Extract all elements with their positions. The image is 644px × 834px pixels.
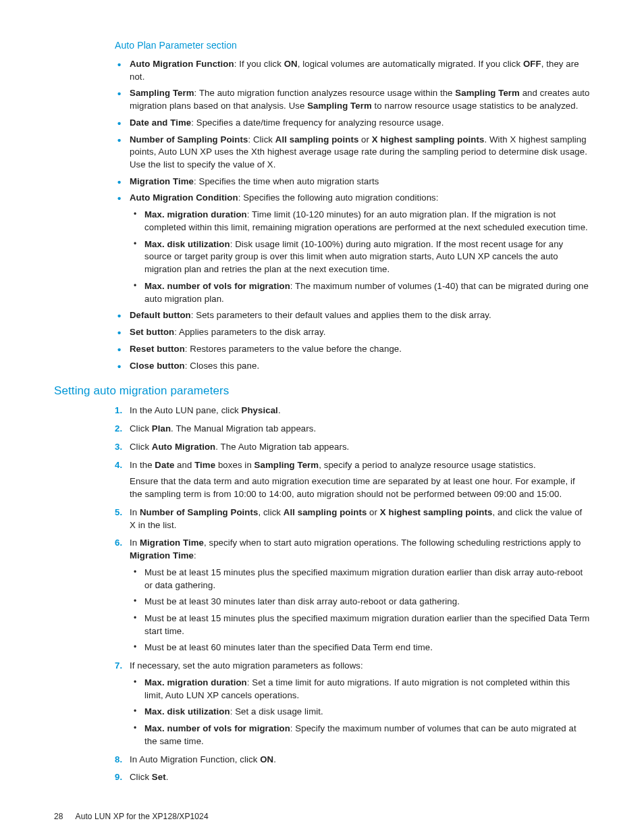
step-text: In the Auto LUN pane, click [130, 405, 242, 415]
step-text: . The Auto Migration tab appears. [215, 442, 349, 452]
param-label: Date and Time [130, 118, 191, 128]
ui-date: Date [155, 460, 174, 470]
step-6: In Migration Time, specify when to start… [115, 537, 590, 654]
ui-auto-migration: Auto Migration [152, 442, 215, 452]
section-heading-auto-plan: Auto Plan Parameter section [115, 39, 590, 53]
param-label: Reset button [130, 344, 185, 354]
param-text: : Restores parameters to the value befor… [185, 344, 402, 354]
value-on: ON [260, 754, 273, 764]
param-text: : Sets parameters to their default value… [191, 310, 491, 320]
step-text: In the [130, 460, 155, 470]
ui-migration-time: Migration Time [130, 550, 194, 561]
param-text: , logical volumes are automatically migr… [298, 59, 523, 69]
step-text: and [174, 460, 194, 470]
param-label: Default button [130, 310, 191, 320]
section-heading-setting: Setting auto migration parameters [54, 383, 590, 399]
step-text: boxes in [215, 460, 254, 470]
param-default-button: Default button: Sets parameters to their… [115, 309, 590, 322]
param-label: Migration Time [130, 176, 194, 186]
step-text: Click [130, 423, 152, 434]
restriction-item: Must be at least 15 minutes plus the spe… [130, 567, 590, 592]
page-footer: 28Auto LUN XP for the XP128/XP1024 [54, 811, 590, 823]
ui-physical: Physical [242, 405, 278, 415]
step-5: In Number of Sampling Points, click All … [115, 506, 590, 531]
value-on: ON [284, 59, 298, 69]
cond-max-vols: Max. number of vols for migration: The m… [130, 280, 590, 305]
restriction-item: Must be at least 60 minutes later than t… [130, 642, 590, 654]
set-max-disk: Max. disk utilization: Set a disk usage … [130, 706, 590, 719]
ui-migration-time: Migration Time [140, 538, 204, 548]
step-text: Click [130, 772, 152, 782]
param-auto-migration-function: Auto Migration Function: If you click ON… [115, 58, 590, 83]
param-set-button: Set button: Applies parameters to the di… [115, 326, 590, 339]
ui-sampling-points: Number of Sampling Points [140, 507, 258, 517]
param-sampling-points: Number of Sampling Points: Click All sam… [115, 134, 590, 172]
param-migration-time: Migration Time: Specifies the time when … [115, 176, 590, 188]
step-text: In Auto Migration Function, click [130, 754, 260, 764]
condition-list: Max. migration duration: Time limit (10-… [130, 209, 590, 305]
step-text: . The Manual Migration tab appears. [171, 423, 316, 434]
step-2: Click Plan. The Manual Migration tab app… [115, 423, 590, 436]
restriction-item: Must be at least 30 minutes later than d… [130, 596, 590, 608]
steps-list: In the Auto LUN pane, click Physical. Cl… [115, 405, 590, 784]
param-text: : Specifies the following auto migration… [238, 192, 439, 203]
step-8: In Auto Migration Function, click ON. [115, 754, 590, 766]
cond-label: Max. disk utilization [144, 239, 230, 249]
param-reset-button: Reset button: Restores parameters to the… [115, 343, 590, 356]
label: Max. migration duration [144, 677, 247, 687]
param-label: Auto Migration Function [130, 59, 234, 69]
step-7: If necessary, set the auto migration par… [115, 660, 590, 748]
cond-max-disk: Max. disk utilization: Disk usage limit … [130, 238, 590, 276]
step-text: . [166, 772, 169, 782]
step-text: or [367, 507, 379, 517]
ui-plan: Plan [152, 423, 171, 434]
step-9: Click Set. [115, 771, 590, 784]
param-label: Auto Migration Condition [130, 192, 238, 203]
option-all: All sampling points [275, 134, 359, 145]
step-text: If necessary, set the auto migration par… [130, 660, 363, 671]
step-text: , specify when to start auto migration o… [204, 538, 581, 548]
page-number: 28 [54, 811, 63, 823]
step-text: In [130, 507, 140, 517]
ui-time: Time [194, 460, 215, 470]
step-3: Click Auto Migration. The Auto Migration… [115, 441, 590, 454]
param-text: : The auto migration function analyzes r… [194, 88, 456, 98]
step-text: In [130, 538, 140, 548]
step-text: . [278, 405, 281, 415]
param-list: Auto Migration Function: If you click ON… [115, 58, 590, 372]
set-max-duration: Max. migration duration: Set a time limi… [130, 677, 590, 702]
param-label: Number of Sampling Points [130, 134, 248, 145]
ui-set: Set [152, 772, 166, 782]
term-sampling: Sampling Term [455, 88, 520, 98]
param-close-button: Close button: Closes this pane. [115, 360, 590, 373]
param-sampling-term: Sampling Term: The auto migration functi… [115, 87, 590, 112]
param-auto-migration-condition: Auto Migration Condition: Specifies the … [115, 192, 590, 305]
param-text: : Click [248, 134, 275, 145]
text: : Set a disk usage limit. [230, 706, 323, 716]
restriction-item: Must be at least 15 minutes plus the spe… [130, 613, 590, 637]
label: Max. number of vols for migration [144, 723, 290, 733]
param-label: Sampling Term [130, 88, 194, 98]
param-text: : Closes this pane. [185, 361, 259, 371]
param-text: : Applies parameters to the disk array. [174, 327, 325, 337]
step-4-note: Ensure that the data term and auto migra… [130, 475, 590, 500]
param-text: : If you click [234, 59, 284, 69]
step-6-restrictions: Must be at least 15 minutes plus the spe… [130, 567, 590, 654]
cond-max-duration: Max. migration duration: Time limit (10-… [130, 209, 590, 234]
param-text: : Specifies the time when auto migration… [194, 176, 379, 186]
option-x-highest: X highest sampling points [372, 134, 485, 145]
step-text: , specify a period to analyze resource u… [319, 460, 536, 470]
param-date-time: Date and Time: Specifies a date/time fre… [115, 117, 590, 130]
step-text: Click [130, 442, 152, 452]
doc-title: Auto LUN XP for the XP128/XP1024 [76, 812, 209, 821]
option-x-highest: X highest sampling points [380, 507, 493, 517]
set-max-vols: Max. number of vols for migration: Speci… [130, 723, 590, 748]
cond-label: Max. number of vols for migration [144, 281, 290, 291]
step-text: : [194, 550, 196, 561]
step-1: In the Auto LUN pane, click Physical. [115, 405, 590, 417]
param-label: Close button [130, 361, 185, 371]
step-7-params: Max. migration duration: Set a time limi… [130, 677, 590, 748]
param-label: Set button [130, 327, 174, 337]
cond-label: Max. migration duration [144, 209, 247, 219]
param-text: : Specifies a date/time frequency for an… [191, 118, 444, 128]
